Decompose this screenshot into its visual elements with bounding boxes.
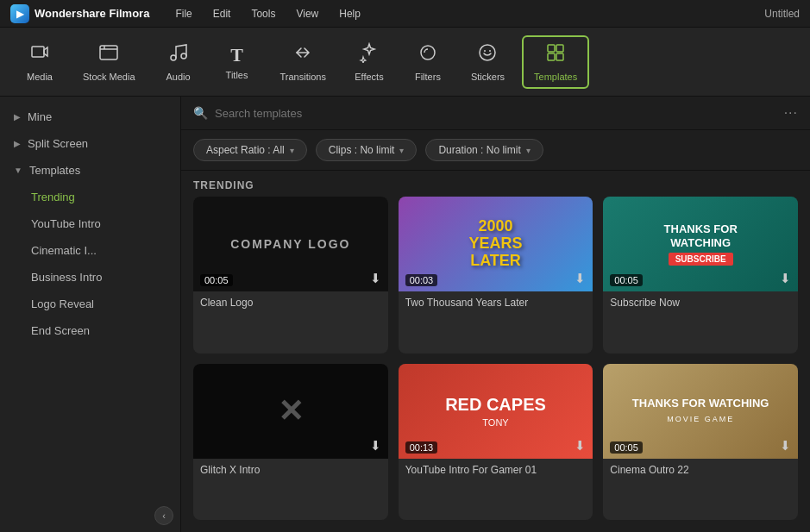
svg-point-4 [421,46,435,59]
toolbar-transitions[interactable]: Transitions [270,37,336,87]
svg-point-7 [489,50,491,52]
sidebar-item-youtube-intro[interactable]: YouTube Intro [0,210,180,237]
clean-logo-duration: 00:05 [200,274,233,286]
sidebar-item-business-intro-label: Business Intro [31,271,102,284]
app-logo: ▶ Wondershare Filmora [10,4,149,23]
template-card-gamer[interactable]: RED CAPES TONY 00:13 ⬇ YouTube Intro For… [399,364,593,521]
sidebar: ▶ Mine ▶ Split Screen ▼ Templates Trendi… [0,97,181,532]
transitions-label: Transitions [280,72,326,82]
sidebar-item-logo-reveal[interactable]: Logo Reveal [0,291,180,317]
svg-point-5 [480,45,495,60]
menu-help[interactable]: Help [330,5,369,22]
cinema-download-icon[interactable]: ⬇ [780,438,791,454]
search-bar: 🔍 ··· [181,97,810,130]
sidebar-item-trending[interactable]: Trending [0,184,180,210]
stickers-label: Stickers [471,72,505,82]
toolbar-effects[interactable]: Effects [343,37,395,87]
template-card-two-thousand[interactable]: 2000YEARSLATER 00:03 ⬇ Two Thousand Year… [399,197,593,354]
glitch-download-icon[interactable]: ⬇ [370,438,381,454]
filters-icon [418,42,438,68]
two-thousand-thumb-text: 2000YEARSLATER [468,218,522,269]
gamer-thumb-sub: TONY [482,417,508,428]
sidebar-collapse-button[interactable]: ‹ [154,506,173,525]
effects-icon [359,42,380,68]
media-label: Media [27,72,53,82]
subscribe-now-duration: 00:05 [610,274,643,286]
template-card-subscribe-now[interactable]: THANKS FORWATCHING SUBSCRIBE 00:05 ⬇ Sub… [603,197,798,354]
audio-label: Audio [166,72,190,82]
sidebar-item-templates[interactable]: ▼ Templates [0,157,180,184]
sidebar-item-templates-label: Templates [29,164,80,177]
sidebar-item-end-screen-label: End Screen [31,324,90,337]
menu-file[interactable]: File [166,5,200,22]
split-screen-arrow: ▶ [14,139,21,148]
subscribe-now-download-icon[interactable]: ⬇ [780,271,791,286]
audio-icon [168,42,189,68]
sidebar-item-mine[interactable]: ▶ Mine [0,103,180,130]
template-card-clean-logo[interactable]: COMPANY LOGO 00:05 ⬇ Clean Logo [193,197,388,354]
template-grid: COMPANY LOGO 00:05 ⬇ Clean Logo 2000YEAR… [181,197,810,532]
menu-edit[interactable]: Edit [204,5,240,22]
duration-chevron: ▾ [526,146,531,155]
menu-view[interactable]: View [287,5,327,22]
cinema-thumb-text: THANKS FOR WATCHINGMOVIE GAME [632,397,769,426]
template-card-cinema[interactable]: THANKS FOR WATCHINGMOVIE GAME 00:05 ⬇ Ci… [603,364,798,521]
gamer-thumb: RED CAPES TONY 00:13 ⬇ [399,364,593,459]
menu-tools[interactable]: Tools [242,5,284,22]
content-panel: 🔍 ··· Aspect Ratio : All ▾ Clips : No li… [181,97,810,532]
sidebar-item-split-screen-label: Split Screen [28,137,88,150]
toolbar-audio[interactable]: Audio [153,37,204,87]
menu-bar: ▶ Wondershare Filmora File Edit Tools Vi… [0,0,810,28]
stickers-icon [477,42,498,68]
media-icon [29,42,50,68]
two-thousand-thumb: 2000YEARSLATER 00:03 ⬇ [399,197,593,291]
toolbar-stickers[interactable]: Stickers [461,37,515,87]
toolbar-titles[interactable]: T Titles [211,39,263,85]
templates-arrow: ▼ [14,166,22,175]
sidebar-item-cinematic-label: Cinematic I... [31,244,97,257]
clean-logo-download-icon[interactable]: ⬇ [370,271,381,286]
sidebar-item-trending-label: Trending [31,191,75,203]
titles-icon: T [230,44,243,66]
gamer-thumb-text: RED CAPES [445,395,546,414]
sidebar-item-business-intro[interactable]: Business Intro [0,264,180,291]
transitions-icon [292,42,313,68]
aspect-ratio-filter[interactable]: Aspect Ratio : All ▾ [193,139,307,161]
two-thousand-title: Two Thousand Years Later [399,291,593,316]
svg-rect-11 [556,53,563,60]
sidebar-item-split-screen[interactable]: ▶ Split Screen [0,130,180,157]
svg-rect-1 [100,46,117,59]
svg-rect-8 [548,45,555,52]
svg-point-6 [484,50,486,52]
search-input[interactable] [215,107,777,120]
svg-rect-10 [548,53,555,60]
toolbar-templates[interactable]: Templates [522,35,589,89]
sidebar-item-end-screen[interactable]: End Screen [0,317,180,344]
two-thousand-download-icon[interactable]: ⬇ [575,271,586,286]
filters-label: Filters [415,72,441,82]
duration-filter[interactable]: Duration : No limit ▾ [425,139,543,161]
duration-label: Duration : No limit [438,144,520,156]
subscribe-now-thumb-text: THANKS FORWATCHING [664,222,738,249]
sidebar-item-cinematic[interactable]: Cinematic I... [0,237,180,264]
two-thousand-duration: 00:03 [405,274,438,286]
menu-items: File Edit Tools View Help [166,5,764,22]
window-title: Untitled [764,8,800,20]
search-icon: 🔍 [193,106,208,120]
template-card-glitch[interactable]: ✕ ⬇ Glitch X Intro [193,364,388,521]
templates-label: Templates [534,72,577,82]
subscribe-now-thumb: THANKS FORWATCHING SUBSCRIBE 00:05 ⬇ [603,197,798,291]
titles-label: Titles [226,70,248,80]
toolbar-filters[interactable]: Filters [402,37,454,87]
clips-filter[interactable]: Clips : No limit ▾ [316,139,418,161]
gamer-title: YouTube Intro For Gamer 01 [399,459,593,483]
svg-rect-0 [32,47,44,57]
gamer-download-icon[interactable]: ⬇ [575,438,586,454]
toolbar-stock-media[interactable]: Stock Media [72,37,146,87]
svg-rect-9 [556,45,563,52]
more-options-icon[interactable]: ··· [784,105,798,121]
toolbar-media[interactable]: Media [14,37,66,87]
gamer-duration: 00:13 [405,441,438,454]
glitch-thumb-text: ✕ [278,393,304,429]
svg-point-2 [171,55,176,60]
